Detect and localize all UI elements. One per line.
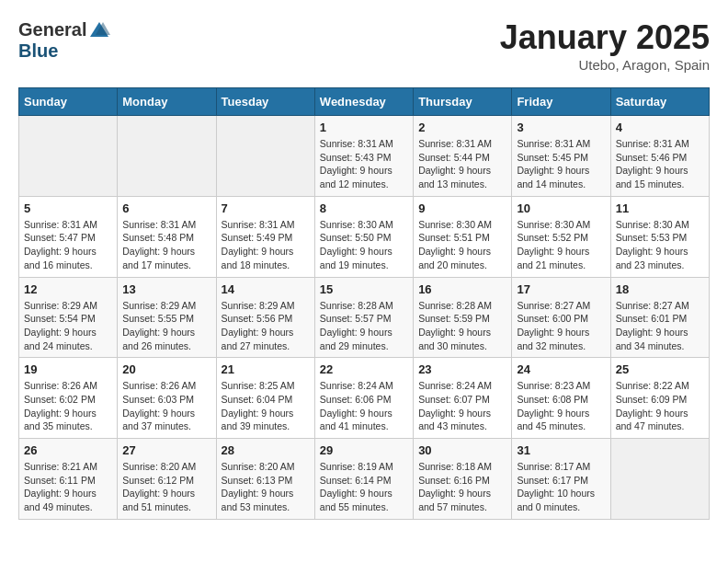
calendar-cell: 16Sunrise: 8:28 AMSunset: 5:59 PMDayligh… bbox=[414, 277, 512, 358]
day-number: 17 bbox=[517, 282, 605, 296]
day-number: 9 bbox=[418, 201, 506, 215]
calendar-week-row: 19Sunrise: 8:26 AMSunset: 6:02 PMDayligh… bbox=[19, 358, 710, 439]
day-info: Sunrise: 8:27 AMSunset: 6:00 PMDaylight:… bbox=[517, 299, 605, 353]
calendar-cell: 12Sunrise: 8:29 AMSunset: 5:54 PMDayligh… bbox=[19, 277, 118, 358]
calendar-cell: 31Sunrise: 8:17 AMSunset: 6:17 PMDayligh… bbox=[512, 439, 610, 520]
day-number: 12 bbox=[24, 282, 112, 296]
day-info: Sunrise: 8:31 AMSunset: 5:43 PMDaylight:… bbox=[320, 137, 408, 191]
day-info: Sunrise: 8:31 AMSunset: 5:46 PMDaylight:… bbox=[616, 137, 704, 191]
calendar-cell bbox=[216, 116, 314, 197]
day-number: 10 bbox=[517, 201, 605, 215]
calendar-week-row: 12Sunrise: 8:29 AMSunset: 5:54 PMDayligh… bbox=[19, 277, 710, 358]
day-number: 11 bbox=[616, 201, 704, 215]
logo-blue: Blue bbox=[18, 40, 58, 62]
day-info: Sunrise: 8:31 AMSunset: 5:49 PMDaylight:… bbox=[222, 218, 310, 272]
day-number: 30 bbox=[418, 443, 506, 457]
calendar-cell: 27Sunrise: 8:20 AMSunset: 6:12 PMDayligh… bbox=[118, 439, 216, 520]
day-info: Sunrise: 8:31 AMSunset: 5:48 PMDaylight:… bbox=[122, 218, 210, 272]
day-info: Sunrise: 8:28 AMSunset: 5:59 PMDaylight:… bbox=[418, 299, 506, 353]
calendar-cell: 4Sunrise: 8:31 AMSunset: 5:46 PMDaylight… bbox=[610, 116, 709, 197]
calendar-cell: 1Sunrise: 8:31 AMSunset: 5:43 PMDaylight… bbox=[314, 116, 413, 197]
day-of-week-header: Wednesday bbox=[314, 88, 413, 116]
day-number: 15 bbox=[320, 282, 408, 296]
calendar-cell: 19Sunrise: 8:26 AMSunset: 6:02 PMDayligh… bbox=[19, 358, 118, 439]
day-number: 29 bbox=[320, 443, 408, 457]
calendar-cell: 10Sunrise: 8:30 AMSunset: 5:52 PMDayligh… bbox=[512, 196, 610, 277]
day-info: Sunrise: 8:18 AMSunset: 6:16 PMDaylight:… bbox=[418, 460, 506, 514]
calendar-cell: 23Sunrise: 8:24 AMSunset: 6:07 PMDayligh… bbox=[414, 358, 512, 439]
day-number: 6 bbox=[122, 201, 210, 215]
month-title: January 2025 bbox=[500, 18, 710, 57]
day-of-week-header: Friday bbox=[512, 88, 610, 116]
day-number: 3 bbox=[517, 121, 605, 134]
day-number: 20 bbox=[122, 362, 210, 376]
location-subtitle: Utebo, Aragon, Spain bbox=[500, 57, 710, 73]
day-info: Sunrise: 8:29 AMSunset: 5:56 PMDaylight:… bbox=[222, 299, 310, 353]
title-section: January 2025 Utebo, Aragon, Spain bbox=[500, 18, 710, 73]
day-info: Sunrise: 8:25 AMSunset: 6:04 PMDaylight:… bbox=[222, 379, 310, 433]
calendar-cell: 30Sunrise: 8:18 AMSunset: 6:16 PMDayligh… bbox=[414, 439, 512, 520]
calendar-week-row: 1Sunrise: 8:31 AMSunset: 5:43 PMDaylight… bbox=[19, 116, 710, 197]
calendar-header-row: SundayMondayTuesdayWednesdayThursdayFrid… bbox=[19, 88, 710, 116]
day-number: 4 bbox=[616, 121, 704, 134]
day-info: Sunrise: 8:28 AMSunset: 5:57 PMDaylight:… bbox=[320, 299, 408, 353]
day-number: 27 bbox=[122, 443, 210, 457]
logo-icon bbox=[88, 18, 110, 40]
logo: General Blue bbox=[18, 18, 110, 62]
day-number: 2 bbox=[418, 121, 506, 134]
calendar-cell: 29Sunrise: 8:19 AMSunset: 6:14 PMDayligh… bbox=[314, 439, 413, 520]
calendar-cell: 8Sunrise: 8:30 AMSunset: 5:50 PMDaylight… bbox=[314, 196, 413, 277]
day-of-week-header: Sunday bbox=[19, 88, 118, 116]
day-info: Sunrise: 8:27 AMSunset: 6:01 PMDaylight:… bbox=[616, 299, 704, 353]
day-number: 19 bbox=[24, 362, 112, 376]
calendar-cell: 18Sunrise: 8:27 AMSunset: 6:01 PMDayligh… bbox=[610, 277, 709, 358]
day-of-week-header: Saturday bbox=[610, 88, 709, 116]
day-of-week-header: Tuesday bbox=[216, 88, 314, 116]
day-info: Sunrise: 8:31 AMSunset: 5:44 PMDaylight:… bbox=[418, 137, 506, 191]
day-info: Sunrise: 8:31 AMSunset: 5:45 PMDaylight:… bbox=[517, 137, 605, 191]
day-info: Sunrise: 8:29 AMSunset: 5:55 PMDaylight:… bbox=[122, 299, 210, 353]
day-number: 8 bbox=[320, 201, 408, 215]
day-info: Sunrise: 8:20 AMSunset: 6:13 PMDaylight:… bbox=[222, 460, 310, 514]
calendar-cell: 7Sunrise: 8:31 AMSunset: 5:49 PMDaylight… bbox=[216, 196, 314, 277]
calendar-cell bbox=[610, 439, 709, 520]
calendar-cell: 26Sunrise: 8:21 AMSunset: 6:11 PMDayligh… bbox=[19, 439, 118, 520]
page-header: General Blue January 2025 Utebo, Aragon,… bbox=[18, 18, 710, 73]
calendar-cell: 3Sunrise: 8:31 AMSunset: 5:45 PMDaylight… bbox=[512, 116, 610, 197]
calendar-cell: 14Sunrise: 8:29 AMSunset: 5:56 PMDayligh… bbox=[216, 277, 314, 358]
day-info: Sunrise: 8:30 AMSunset: 5:53 PMDaylight:… bbox=[616, 218, 704, 272]
day-number: 24 bbox=[517, 362, 605, 376]
day-number: 13 bbox=[122, 282, 210, 296]
day-number: 16 bbox=[418, 282, 506, 296]
day-info: Sunrise: 8:31 AMSunset: 5:47 PMDaylight:… bbox=[24, 218, 112, 272]
day-number: 14 bbox=[222, 282, 310, 296]
calendar-cell: 17Sunrise: 8:27 AMSunset: 6:00 PMDayligh… bbox=[512, 277, 610, 358]
day-number: 1 bbox=[320, 121, 408, 134]
day-of-week-header: Monday bbox=[118, 88, 216, 116]
day-info: Sunrise: 8:24 AMSunset: 6:07 PMDaylight:… bbox=[418, 379, 506, 433]
calendar-table: SundayMondayTuesdayWednesdayThursdayFrid… bbox=[18, 87, 710, 520]
day-of-week-header: Thursday bbox=[414, 88, 512, 116]
day-info: Sunrise: 8:29 AMSunset: 5:54 PMDaylight:… bbox=[24, 299, 112, 353]
calendar-cell: 9Sunrise: 8:30 AMSunset: 5:51 PMDaylight… bbox=[414, 196, 512, 277]
calendar-week-row: 5Sunrise: 8:31 AMSunset: 5:47 PMDaylight… bbox=[19, 196, 710, 277]
calendar-cell: 24Sunrise: 8:23 AMSunset: 6:08 PMDayligh… bbox=[512, 358, 610, 439]
calendar-cell: 11Sunrise: 8:30 AMSunset: 5:53 PMDayligh… bbox=[610, 196, 709, 277]
day-info: Sunrise: 8:30 AMSunset: 5:52 PMDaylight:… bbox=[517, 218, 605, 272]
day-number: 23 bbox=[418, 362, 506, 376]
day-number: 18 bbox=[616, 282, 704, 296]
day-info: Sunrise: 8:20 AMSunset: 6:12 PMDaylight:… bbox=[122, 460, 210, 514]
day-number: 26 bbox=[24, 443, 112, 457]
day-number: 5 bbox=[24, 201, 112, 215]
day-info: Sunrise: 8:23 AMSunset: 6:08 PMDaylight:… bbox=[517, 379, 605, 433]
calendar-cell: 6Sunrise: 8:31 AMSunset: 5:48 PMDaylight… bbox=[118, 196, 216, 277]
logo-general: General bbox=[18, 19, 86, 40]
day-number: 22 bbox=[320, 362, 408, 376]
day-info: Sunrise: 8:19 AMSunset: 6:14 PMDaylight:… bbox=[320, 460, 408, 514]
day-number: 28 bbox=[222, 443, 310, 457]
calendar-cell: 2Sunrise: 8:31 AMSunset: 5:44 PMDaylight… bbox=[414, 116, 512, 197]
calendar-cell: 21Sunrise: 8:25 AMSunset: 6:04 PMDayligh… bbox=[216, 358, 314, 439]
day-info: Sunrise: 8:22 AMSunset: 6:09 PMDaylight:… bbox=[616, 379, 704, 433]
day-number: 25 bbox=[616, 362, 704, 376]
calendar-cell bbox=[118, 116, 216, 197]
